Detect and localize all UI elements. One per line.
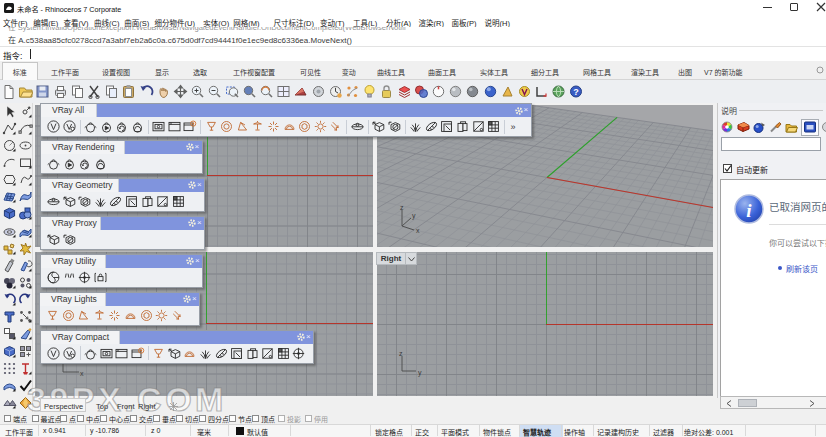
svg-text:x: x: [80, 370, 84, 377]
svg-text:y: y: [412, 212, 416, 220]
svg-text:z: z: [400, 206, 404, 211]
svg-text:z: z: [399, 351, 403, 357]
svg-text:i: i: [746, 200, 752, 221]
svg-text:?: ?: [573, 87, 579, 97]
svg-text:x: x: [416, 227, 420, 234]
svg-text:y: y: [418, 369, 422, 377]
